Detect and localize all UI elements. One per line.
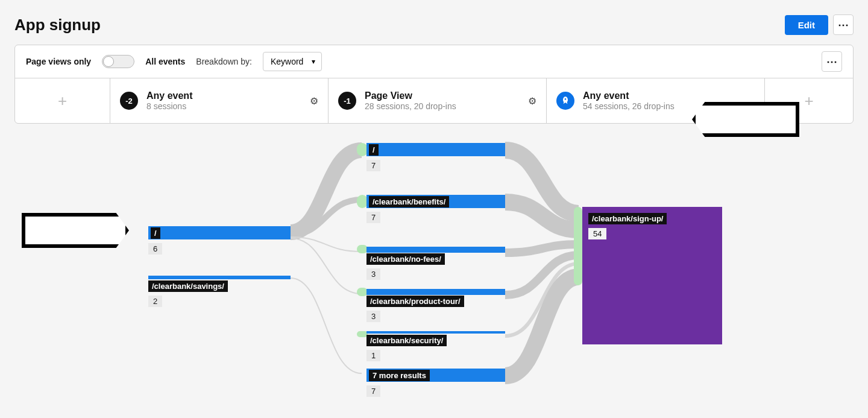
- rocket-icon: [556, 92, 574, 110]
- node-label: /clearbank/sign-up/: [588, 213, 667, 224]
- annotation-callout-right: [692, 102, 799, 137]
- step-minus-2[interactable]: -2 Any event 8 sessions ⚙: [110, 78, 329, 123]
- page-title: App signup: [14, 16, 101, 34]
- breakdown-label: Breakdown by:: [196, 57, 252, 66]
- flow-node[interactable]: / 6: [148, 226, 291, 255]
- flow-node-more[interactable]: 7 more results 7: [366, 369, 505, 397]
- node-label: /clearbank/savings/: [148, 280, 228, 292]
- flow-node[interactable]: /clearbank/no-fees/ 3: [366, 247, 505, 280]
- gear-icon[interactable]: ⚙: [528, 95, 536, 107]
- destination-node[interactable]: /clearbank/sign-up/ 54: [582, 207, 722, 344]
- flow-canvas: / 6 /clearbank/savings/ 2 / 7 /clearbank…: [0, 126, 868, 416]
- step-title: Page View: [365, 90, 456, 101]
- more-icon: ⋯: [838, 18, 849, 31]
- flow-node[interactable]: /clearbank/product-tour/ 3: [366, 289, 505, 322]
- gear-icon[interactable]: ⚙: [310, 95, 318, 107]
- more-menu-button[interactable]: ⋯: [833, 14, 854, 35]
- all-events-label: All events: [145, 57, 185, 66]
- step-title: Any event: [146, 90, 192, 101]
- add-step-left-button[interactable]: +: [15, 78, 110, 123]
- step-sub: 54 sessions, 26 drop-ins: [583, 101, 675, 111]
- edit-button[interactable]: Edit: [785, 15, 828, 35]
- node-label: /clearbank/product-tour/: [366, 296, 464, 307]
- plus-icon: +: [58, 92, 67, 110]
- more-icon: ⋯: [826, 55, 837, 68]
- page-views-toggle[interactable]: [102, 55, 134, 68]
- node-label: /clearbank/no-fees/: [366, 253, 445, 265]
- flow-node[interactable]: /clearbank/benefits/ 7: [366, 195, 505, 223]
- node-count: 6: [148, 243, 162, 255]
- node-label: /clearbank/benefits/: [369, 196, 449, 207]
- step-badge: -1: [338, 92, 356, 110]
- node-count: 3: [366, 311, 380, 322]
- step-title: Any event: [583, 90, 675, 101]
- node-count: 54: [588, 228, 606, 239]
- dropin-marker: [574, 207, 582, 285]
- page-views-only-label: Page views only: [26, 57, 91, 66]
- node-count: 1: [366, 350, 380, 361]
- step-badge: -2: [120, 92, 138, 110]
- plus-icon: +: [804, 92, 813, 110]
- node-count: 3: [366, 268, 380, 280]
- node-count: 2: [148, 296, 162, 307]
- step-sub: 8 sessions: [146, 101, 192, 111]
- node-count: 7: [366, 160, 380, 171]
- flow-node[interactable]: /clearbank/security/ 1: [366, 331, 505, 361]
- breakdown-value: Keyword: [271, 57, 303, 66]
- toggle-knob: [103, 56, 114, 67]
- node-label: /: [369, 144, 379, 156]
- controls-row: Page views only All events Breakdown by:…: [15, 45, 853, 78]
- node-count: 7: [366, 385, 380, 397]
- step-minus-1[interactable]: -1 Page View 28 sessions, 20 drop-ins ⚙: [329, 78, 547, 123]
- panel-more-button[interactable]: ⋯: [822, 51, 842, 72]
- step-sub: 28 sessions, 20 drop-ins: [365, 101, 456, 111]
- node-label: /clearbank/security/: [366, 335, 447, 346]
- annotation-callout-left: [22, 213, 129, 248]
- node-count: 7: [366, 212, 380, 223]
- flow-node[interactable]: / 7: [366, 143, 505, 171]
- node-label: /: [151, 227, 160, 239]
- node-label: 7 more results: [369, 370, 430, 381]
- flow-node[interactable]: /clearbank/savings/ 2: [148, 276, 291, 307]
- breakdown-select[interactable]: Keyword: [263, 52, 322, 71]
